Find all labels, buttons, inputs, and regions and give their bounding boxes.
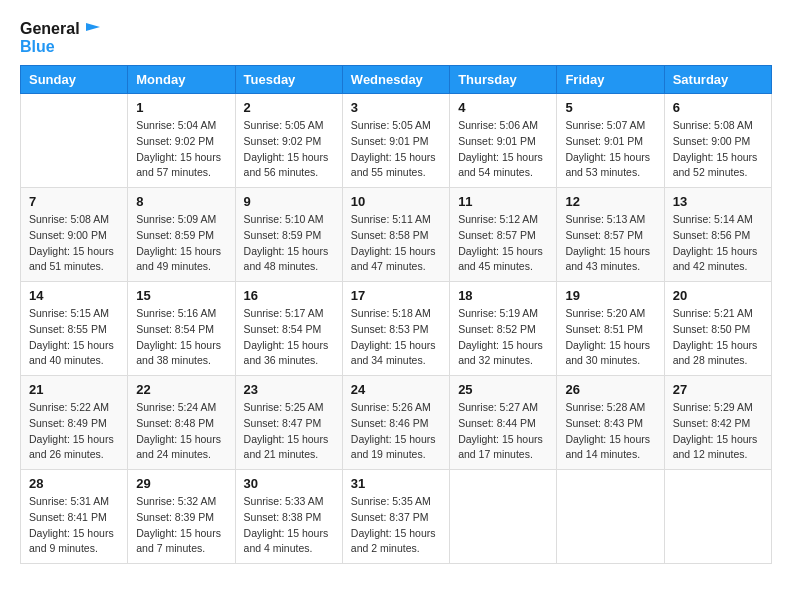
day-number: 25 bbox=[458, 382, 548, 397]
calendar-day-cell: 29Sunrise: 5:32 AMSunset: 8:39 PMDayligh… bbox=[128, 470, 235, 564]
sunset-text: Sunset: 8:44 PM bbox=[458, 417, 536, 429]
day-number: 28 bbox=[29, 476, 119, 491]
daylight-text: Daylight: 15 hours and 45 minutes. bbox=[458, 245, 543, 273]
sunset-text: Sunset: 9:02 PM bbox=[136, 135, 214, 147]
day-number: 7 bbox=[29, 194, 119, 209]
calendar-table: SundayMondayTuesdayWednesdayThursdayFrid… bbox=[20, 65, 772, 564]
day-info: Sunrise: 5:19 AMSunset: 8:52 PMDaylight:… bbox=[458, 306, 548, 369]
sunset-text: Sunset: 9:01 PM bbox=[565, 135, 643, 147]
calendar-day-cell: 24Sunrise: 5:26 AMSunset: 8:46 PMDayligh… bbox=[342, 376, 449, 470]
calendar-day-cell: 18Sunrise: 5:19 AMSunset: 8:52 PMDayligh… bbox=[450, 282, 557, 376]
day-info: Sunrise: 5:16 AMSunset: 8:54 PMDaylight:… bbox=[136, 306, 226, 369]
logo-triangle-icon bbox=[82, 17, 102, 37]
daylight-text: Daylight: 15 hours and 19 minutes. bbox=[351, 433, 436, 461]
day-info: Sunrise: 5:26 AMSunset: 8:46 PMDaylight:… bbox=[351, 400, 441, 463]
daylight-text: Daylight: 15 hours and 47 minutes. bbox=[351, 245, 436, 273]
sunrise-text: Sunrise: 5:28 AM bbox=[565, 401, 645, 413]
day-number: 24 bbox=[351, 382, 441, 397]
calendar-day-cell bbox=[450, 470, 557, 564]
calendar-day-cell: 17Sunrise: 5:18 AMSunset: 8:53 PMDayligh… bbox=[342, 282, 449, 376]
day-number: 5 bbox=[565, 100, 655, 115]
calendar-day-cell: 1Sunrise: 5:04 AMSunset: 9:02 PMDaylight… bbox=[128, 94, 235, 188]
sunrise-text: Sunrise: 5:11 AM bbox=[351, 213, 431, 225]
weekday-header-cell: Monday bbox=[128, 66, 235, 94]
calendar-day-cell: 26Sunrise: 5:28 AMSunset: 8:43 PMDayligh… bbox=[557, 376, 664, 470]
calendar-day-cell: 15Sunrise: 5:16 AMSunset: 8:54 PMDayligh… bbox=[128, 282, 235, 376]
sunset-text: Sunset: 8:54 PM bbox=[244, 323, 322, 335]
daylight-text: Daylight: 15 hours and 48 minutes. bbox=[244, 245, 329, 273]
sunset-text: Sunset: 8:48 PM bbox=[136, 417, 214, 429]
day-number: 6 bbox=[673, 100, 763, 115]
day-info: Sunrise: 5:20 AMSunset: 8:51 PMDaylight:… bbox=[565, 306, 655, 369]
day-number: 2 bbox=[244, 100, 334, 115]
daylight-text: Daylight: 15 hours and 24 minutes. bbox=[136, 433, 221, 461]
calendar-day-cell bbox=[21, 94, 128, 188]
sunset-text: Sunset: 9:00 PM bbox=[673, 135, 751, 147]
sunrise-text: Sunrise: 5:15 AM bbox=[29, 307, 109, 319]
calendar-day-cell: 22Sunrise: 5:24 AMSunset: 8:48 PMDayligh… bbox=[128, 376, 235, 470]
logo: General Blue bbox=[20, 20, 102, 55]
sunrise-text: Sunrise: 5:35 AM bbox=[351, 495, 431, 507]
day-number: 23 bbox=[244, 382, 334, 397]
sunrise-text: Sunrise: 5:05 AM bbox=[351, 119, 431, 131]
day-info: Sunrise: 5:04 AMSunset: 9:02 PMDaylight:… bbox=[136, 118, 226, 181]
daylight-text: Daylight: 15 hours and 7 minutes. bbox=[136, 527, 221, 555]
daylight-text: Daylight: 15 hours and 54 minutes. bbox=[458, 151, 543, 179]
daylight-text: Daylight: 15 hours and 30 minutes. bbox=[565, 339, 650, 367]
sunrise-text: Sunrise: 5:24 AM bbox=[136, 401, 216, 413]
svg-marker-0 bbox=[86, 23, 100, 31]
day-number: 3 bbox=[351, 100, 441, 115]
sunrise-text: Sunrise: 5:18 AM bbox=[351, 307, 431, 319]
day-number: 1 bbox=[136, 100, 226, 115]
calendar-day-cell: 8Sunrise: 5:09 AMSunset: 8:59 PMDaylight… bbox=[128, 188, 235, 282]
sunset-text: Sunset: 8:42 PM bbox=[673, 417, 751, 429]
sunrise-text: Sunrise: 5:27 AM bbox=[458, 401, 538, 413]
day-info: Sunrise: 5:11 AMSunset: 8:58 PMDaylight:… bbox=[351, 212, 441, 275]
daylight-text: Daylight: 15 hours and 56 minutes. bbox=[244, 151, 329, 179]
daylight-text: Daylight: 15 hours and 32 minutes. bbox=[458, 339, 543, 367]
calendar-week-row: 28Sunrise: 5:31 AMSunset: 8:41 PMDayligh… bbox=[21, 470, 772, 564]
sunrise-text: Sunrise: 5:04 AM bbox=[136, 119, 216, 131]
daylight-text: Daylight: 15 hours and 17 minutes. bbox=[458, 433, 543, 461]
day-info: Sunrise: 5:24 AMSunset: 8:48 PMDaylight:… bbox=[136, 400, 226, 463]
day-info: Sunrise: 5:25 AMSunset: 8:47 PMDaylight:… bbox=[244, 400, 334, 463]
sunset-text: Sunset: 8:53 PM bbox=[351, 323, 429, 335]
daylight-text: Daylight: 15 hours and 28 minutes. bbox=[673, 339, 758, 367]
day-info: Sunrise: 5:29 AMSunset: 8:42 PMDaylight:… bbox=[673, 400, 763, 463]
sunrise-text: Sunrise: 5:05 AM bbox=[244, 119, 324, 131]
daylight-text: Daylight: 15 hours and 49 minutes. bbox=[136, 245, 221, 273]
daylight-text: Daylight: 15 hours and 38 minutes. bbox=[136, 339, 221, 367]
day-info: Sunrise: 5:08 AMSunset: 9:00 PMDaylight:… bbox=[29, 212, 119, 275]
logo-wordmark: General Blue bbox=[20, 20, 102, 55]
daylight-text: Daylight: 15 hours and 51 minutes. bbox=[29, 245, 114, 273]
day-number: 30 bbox=[244, 476, 334, 491]
daylight-text: Daylight: 15 hours and 36 minutes. bbox=[244, 339, 329, 367]
calendar-day-cell: 16Sunrise: 5:17 AMSunset: 8:54 PMDayligh… bbox=[235, 282, 342, 376]
day-number: 18 bbox=[458, 288, 548, 303]
day-info: Sunrise: 5:12 AMSunset: 8:57 PMDaylight:… bbox=[458, 212, 548, 275]
day-info: Sunrise: 5:13 AMSunset: 8:57 PMDaylight:… bbox=[565, 212, 655, 275]
sunset-text: Sunset: 8:59 PM bbox=[244, 229, 322, 241]
daylight-text: Daylight: 15 hours and 9 minutes. bbox=[29, 527, 114, 555]
day-info: Sunrise: 5:32 AMSunset: 8:39 PMDaylight:… bbox=[136, 494, 226, 557]
sunrise-text: Sunrise: 5:20 AM bbox=[565, 307, 645, 319]
day-number: 20 bbox=[673, 288, 763, 303]
weekday-header-cell: Wednesday bbox=[342, 66, 449, 94]
sunset-text: Sunset: 8:50 PM bbox=[673, 323, 751, 335]
sunrise-text: Sunrise: 5:13 AM bbox=[565, 213, 645, 225]
sunrise-text: Sunrise: 5:22 AM bbox=[29, 401, 109, 413]
calendar-week-row: 14Sunrise: 5:15 AMSunset: 8:55 PMDayligh… bbox=[21, 282, 772, 376]
day-number: 13 bbox=[673, 194, 763, 209]
calendar-day-cell: 7Sunrise: 5:08 AMSunset: 9:00 PMDaylight… bbox=[21, 188, 128, 282]
sunrise-text: Sunrise: 5:19 AM bbox=[458, 307, 538, 319]
calendar-day-cell: 2Sunrise: 5:05 AMSunset: 9:02 PMDaylight… bbox=[235, 94, 342, 188]
day-info: Sunrise: 5:08 AMSunset: 9:00 PMDaylight:… bbox=[673, 118, 763, 181]
sunrise-text: Sunrise: 5:07 AM bbox=[565, 119, 645, 131]
sunset-text: Sunset: 8:54 PM bbox=[136, 323, 214, 335]
sunset-text: Sunset: 9:01 PM bbox=[351, 135, 429, 147]
sunrise-text: Sunrise: 5:10 AM bbox=[244, 213, 324, 225]
day-info: Sunrise: 5:06 AMSunset: 9:01 PMDaylight:… bbox=[458, 118, 548, 181]
calendar-day-cell: 9Sunrise: 5:10 AMSunset: 8:59 PMDaylight… bbox=[235, 188, 342, 282]
sunset-text: Sunset: 8:43 PM bbox=[565, 417, 643, 429]
day-info: Sunrise: 5:09 AMSunset: 8:59 PMDaylight:… bbox=[136, 212, 226, 275]
